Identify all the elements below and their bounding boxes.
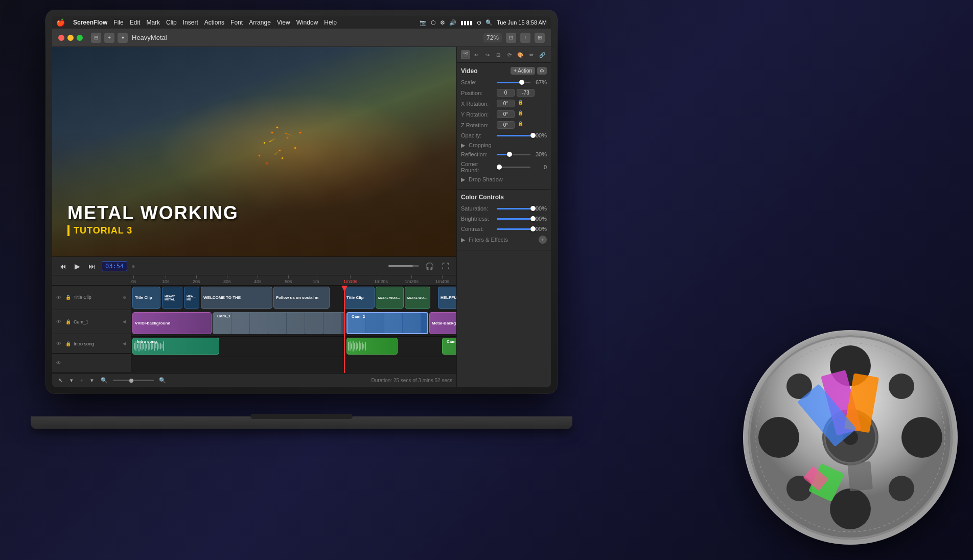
menubar-view[interactable]: View bbox=[277, 19, 290, 26]
export-icon[interactable]: ↑ bbox=[520, 33, 530, 43]
clip-cam1[interactable]: Cam_1 bbox=[213, 312, 345, 334]
clip-title-1[interactable]: Title Clip bbox=[132, 287, 160, 309]
clip-vvidi[interactable]: VVIDI-background bbox=[132, 312, 212, 334]
apple-menu[interactable]: 🍎 bbox=[56, 18, 65, 27]
track-settings-video[interactable]: ◀ bbox=[121, 318, 128, 325]
corner-round-slider[interactable] bbox=[497, 164, 530, 171]
brightness-slider[interactable] bbox=[497, 215, 530, 222]
playhead[interactable] bbox=[344, 286, 345, 373]
track-row-audio: Intro song bbox=[131, 337, 456, 357]
panel-icon-video[interactable]: 🎬 bbox=[461, 50, 470, 59]
track-volume-audio[interactable]: ◀ bbox=[121, 340, 128, 347]
clip-cam3[interactable]: Cam_3 bbox=[442, 338, 456, 355]
x-rotation-label: X Rotation: bbox=[461, 101, 497, 107]
track-visibility-blank[interactable]: 👁 bbox=[55, 360, 62, 367]
fullscreen-icon[interactable]: ⛶ bbox=[440, 261, 451, 271]
menubar-time: Tue Jun 15 8:58 AM bbox=[497, 19, 547, 26]
minimize-button[interactable] bbox=[67, 35, 74, 41]
volume-slider[interactable] bbox=[388, 265, 419, 267]
menubar-window[interactable]: Window bbox=[296, 19, 318, 26]
panel-icon-link[interactable]: 🔗 bbox=[538, 50, 547, 59]
menubar-file[interactable]: File bbox=[113, 19, 123, 26]
panel-icon-crop[interactable]: ⊡ bbox=[494, 50, 503, 59]
timecode-display[interactable]: 03:54 bbox=[102, 261, 127, 271]
track-visibility-video[interactable]: 👁 bbox=[55, 318, 62, 325]
clip-title-welcome[interactable]: WELCOME TO THE bbox=[201, 287, 272, 309]
zoom-slider[interactable] bbox=[113, 380, 154, 381]
panel-icon-color[interactable]: 🎨 bbox=[516, 50, 525, 59]
saturation-slider[interactable] bbox=[497, 205, 530, 212]
y-rotation-lock[interactable]: 🔒 bbox=[518, 110, 523, 118]
track-lock-blank[interactable] bbox=[64, 360, 72, 367]
x-rotation-lock[interactable]: 🔒 bbox=[518, 100, 523, 107]
position-y-input[interactable] bbox=[517, 89, 535, 97]
add-icon[interactable]: + bbox=[104, 33, 114, 43]
track-settings-title[interactable]: ⚙ bbox=[121, 294, 128, 301]
menubar-mark[interactable]: Mark bbox=[146, 19, 160, 26]
clip-title-metalworking2[interactable]: METAL WORK bbox=[405, 287, 430, 309]
video-gear-button[interactable]: ⚙ bbox=[537, 67, 547, 75]
z-rotation-input[interactable] bbox=[497, 121, 515, 129]
sidebar-toggle-icon[interactable]: ⊟ bbox=[91, 33, 101, 43]
zoom-out-btn[interactable]: 🔍 bbox=[99, 376, 110, 385]
scale-value: 67% bbox=[532, 79, 547, 85]
menubar-clip[interactable]: Clip bbox=[166, 19, 177, 26]
menubar-insert[interactable]: Insert bbox=[183, 19, 198, 26]
close-button[interactable] bbox=[58, 35, 64, 41]
drop-shadow-toggle[interactable]: ▶ Drop Shadow bbox=[461, 176, 547, 183]
clip-title-heavy1[interactable]: HEAVYMETAL bbox=[162, 287, 182, 309]
filters-toggle[interactable]: ▶ Filters & Effects + bbox=[461, 236, 547, 244]
clip-title-heavy2[interactable]: HEAVYME bbox=[184, 287, 199, 309]
clip-metal-bg[interactable]: Metal-Background bbox=[429, 312, 456, 334]
track-row-video: VVIDI-background bbox=[131, 311, 456, 337]
cropping-toggle[interactable]: ▶ Cropping bbox=[461, 142, 547, 149]
panel-icon-motion[interactable]: ⟳ bbox=[505, 50, 514, 59]
add-dropdown-icon[interactable]: ▾ bbox=[118, 33, 128, 43]
play-button[interactable]: ▶ bbox=[73, 261, 82, 271]
menubar-arrange[interactable]: Arrange bbox=[249, 19, 271, 26]
z-rotation-label: Z Rotation: bbox=[461, 122, 497, 128]
clip-intro-song[interactable]: Intro song bbox=[132, 338, 219, 355]
clip-cam2[interactable]: Cam_2 bbox=[346, 312, 428, 334]
reflection-slider[interactable] bbox=[497, 151, 530, 158]
tool-dropdown[interactable]: ▾ bbox=[68, 376, 75, 385]
zoom-in-btn[interactable]: 🔍 bbox=[157, 376, 168, 385]
action-button[interactable]: + Action bbox=[511, 67, 535, 75]
clip-title-metalworking1[interactable]: METAL WORKING bbox=[376, 287, 404, 309]
menubar-search-icon[interactable]: 🔍 bbox=[485, 19, 493, 26]
clip-title-helpful[interactable]: HELPFUL HOW-TO bbox=[438, 287, 456, 309]
clip-title-follow[interactable]: Follow us on social m bbox=[273, 287, 330, 309]
position-x-input[interactable] bbox=[497, 89, 515, 97]
menubar-app[interactable]: ScreenFlow bbox=[73, 19, 107, 26]
fast-forward-button[interactable]: ⏭ bbox=[86, 261, 98, 271]
track-options[interactable]: ▾ bbox=[88, 376, 96, 385]
menubar-edit[interactable]: Edit bbox=[130, 19, 141, 26]
fullscreen-button[interactable] bbox=[77, 35, 83, 41]
track-lock-audio[interactable]: 🔒 bbox=[64, 340, 72, 347]
z-rotation-lock[interactable]: 🔒 bbox=[518, 121, 523, 129]
zoom-display[interactable]: 72% bbox=[483, 33, 502, 42]
x-rotation-input[interactable] bbox=[497, 100, 515, 107]
y-rotation-input[interactable] bbox=[497, 110, 515, 118]
track-lock-title[interactable]: 🔒 bbox=[64, 294, 72, 301]
menubar-font[interactable]: Font bbox=[230, 19, 243, 26]
panel-icon-edit[interactable]: ✏ bbox=[527, 50, 536, 59]
clip-audio-green[interactable] bbox=[346, 338, 398, 355]
fit-icon[interactable]: ⊡ bbox=[506, 33, 516, 43]
panel-icon-undo[interactable]: ↩ bbox=[472, 50, 481, 59]
menubar-help[interactable]: Help bbox=[324, 19, 337, 26]
rewind-button[interactable]: ⏮ bbox=[57, 261, 68, 271]
scale-slider[interactable] bbox=[497, 79, 530, 86]
panel-toggle-icon[interactable]: ⊞ bbox=[535, 33, 545, 43]
contrast-slider[interactable] bbox=[497, 225, 530, 232]
menubar-actions[interactable]: Actions bbox=[204, 19, 224, 26]
add-track-btn[interactable]: + bbox=[78, 377, 85, 385]
clip-title-2[interactable]: Title Clip bbox=[344, 287, 375, 309]
opacity-slider[interactable] bbox=[497, 132, 530, 139]
pointer-tool[interactable]: ↖ bbox=[56, 376, 65, 385]
ruler-mark-50s: 50s bbox=[285, 275, 292, 284]
track-lock-video[interactable]: 🔒 bbox=[64, 318, 72, 325]
track-visibility-audio[interactable]: 👁 bbox=[55, 340, 62, 347]
panel-icon-redo[interactable]: ↪ bbox=[483, 50, 492, 59]
track-visibility-title[interactable]: 👁 bbox=[55, 294, 62, 301]
